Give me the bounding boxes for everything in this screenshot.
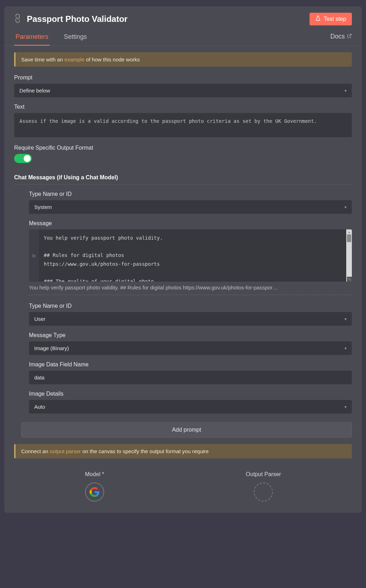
chevron-down-icon: ▾	[344, 346, 347, 351]
message-preview: You help verify passport photo validity.…	[29, 282, 352, 295]
message-code-area: fx You help verify passport photo validi…	[29, 229, 352, 282]
require-format-label: Require Specific Output Format	[14, 145, 352, 151]
type2-label: Type Name or ID	[29, 303, 352, 309]
chain-link-icon	[12, 12, 25, 26]
add-prompt-row: Add prompt	[14, 420, 352, 438]
output-parser-link[interactable]: output parser	[50, 448, 81, 454]
msgtype-field: Message Type Image (Binary) ▾	[29, 332, 352, 355]
google-icon	[90, 487, 100, 497]
text-textarea[interactable]: Assess if the image is a valid according…	[14, 113, 352, 137]
model-connector[interactable]	[85, 482, 104, 502]
require-format-toggle[interactable]	[14, 154, 32, 163]
parser-connector[interactable]	[254, 482, 273, 502]
type2-value: User	[34, 316, 46, 322]
parser-label: Output Parser	[246, 471, 281, 478]
message-field: Message fx You help verify passport phot…	[29, 220, 352, 295]
imgdetails-label: Image Details	[29, 391, 352, 397]
chat-messages-section-title: Chat Messages (if Using a Chat Model)	[14, 174, 352, 185]
chevron-down-icon: ▾	[344, 404, 347, 409]
parser-connection: Output Parser	[246, 471, 281, 502]
imgfield-label: Image Data Field Name	[29, 361, 352, 368]
node-title: Passport Photo Validator	[27, 14, 127, 24]
msgtype-label: Message Type	[29, 332, 352, 338]
model-label: Model *	[85, 471, 104, 478]
node-config-modal: Passport Photo Validator Test step Param…	[4, 6, 362, 513]
docs-label: Docs	[330, 33, 345, 40]
message-textarea[interactable]: You help verify passport photo validity.…	[39, 229, 346, 282]
text-label: Text	[14, 104, 352, 110]
external-link-icon	[347, 34, 352, 40]
tab-parameters[interactable]: Parameters	[14, 30, 50, 46]
type1-field: Type Name or ID System ▾	[29, 191, 352, 214]
test-step-button[interactable]: Test step	[310, 13, 352, 25]
example-notice: Save time with an example of how this no…	[14, 52, 352, 67]
expression-gutter[interactable]: fx	[29, 229, 39, 282]
tab-settings[interactable]: Settings	[62, 30, 88, 46]
tabs-left: Parameters Settings	[14, 30, 88, 46]
msgtype-select[interactable]: Image (Binary) ▾	[29, 341, 352, 355]
test-step-label: Test step	[324, 16, 346, 22]
notice-text-post: of how this node works	[84, 56, 140, 62]
require-format-field: Require Specific Output Format	[14, 145, 352, 163]
prompt-select[interactable]: Define below ▾	[14, 84, 352, 97]
type2-select[interactable]: User ▾	[29, 312, 352, 326]
imgdetails-value: Auto	[34, 404, 45, 410]
modal-header: Passport Photo Validator Test step	[4, 6, 362, 30]
prompt-field: Prompt Define below ▾	[14, 74, 352, 97]
docs-link[interactable]: Docs	[330, 33, 352, 43]
type1-value: System	[34, 204, 52, 210]
chat-messages-list: Type Name or ID System ▾ Message fx You …	[14, 191, 352, 414]
connections-footer: Model * Output Parser	[14, 458, 352, 506]
type2-field: Type Name or ID User ▾	[29, 303, 352, 326]
resize-handle-icon[interactable]: ⤡	[347, 277, 352, 282]
text-field: Text Assess if the image is a valid acco…	[14, 104, 352, 138]
prompt-value: Define below	[19, 88, 50, 94]
imgfield-value: data	[34, 374, 44, 380]
content-area: Save time with an example of how this no…	[4, 46, 362, 513]
parser-notice-pre: Connect an	[21, 448, 50, 454]
notice-text-pre: Save time with an	[21, 56, 65, 62]
flask-icon	[315, 16, 321, 23]
type1-label: Type Name or ID	[29, 191, 352, 197]
header-title-group: Passport Photo Validator	[14, 14, 127, 24]
model-connection: Model *	[85, 471, 104, 502]
msgtype-value: Image (Binary)	[34, 345, 69, 351]
imgdetails-field: Image Details Auto ▾	[29, 391, 352, 414]
imgdetails-select[interactable]: Auto ▾	[29, 400, 352, 414]
scroll-thumb[interactable]	[347, 234, 351, 242]
message-label: Message	[29, 220, 352, 227]
chevron-down-icon: ▾	[344, 88, 347, 93]
example-link[interactable]: example	[65, 56, 85, 62]
svg-line-1	[349, 34, 351, 36]
prompt-label: Prompt	[14, 74, 352, 81]
imgfield-field: Image Data Field Name data	[29, 361, 352, 384]
type1-select[interactable]: System ▾	[29, 200, 352, 214]
tabs-row: Parameters Settings Docs	[4, 30, 362, 46]
chevron-down-icon: ▾	[344, 205, 347, 210]
parser-notice-post: on the canvas to specify the output form…	[81, 448, 209, 454]
scroll-up-icon: ▴	[346, 229, 352, 234]
add-prompt-button[interactable]: Add prompt	[21, 422, 352, 438]
imgfield-input[interactable]: data	[29, 371, 352, 384]
output-parser-notice: Connect an output parser on the canvas t…	[14, 444, 352, 458]
toggle-knob	[24, 155, 31, 162]
scrollbar[interactable]: ▴ ⤡	[346, 229, 352, 282]
chevron-down-icon: ▾	[344, 317, 347, 322]
